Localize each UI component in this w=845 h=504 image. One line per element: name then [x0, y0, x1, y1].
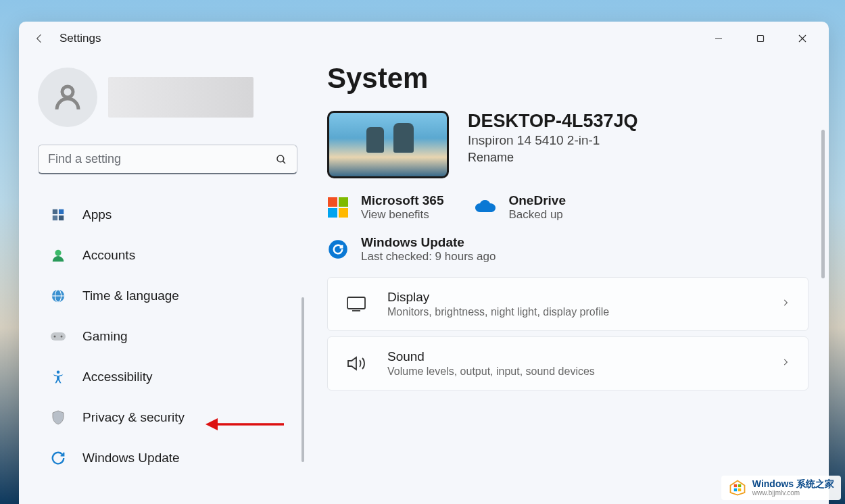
update-icon [50, 450, 66, 466]
minimize-button[interactable] [698, 25, 740, 52]
card-title: Microsoft 365 [361, 193, 443, 208]
chevron-right-icon [781, 357, 790, 370]
maximize-button[interactable] [740, 25, 781, 52]
watermark-title: Windows 系统之家 [752, 479, 834, 489]
svg-point-11 [55, 250, 61, 256]
watermark: Windows 系统之家 www.bjjmlv.com [721, 476, 841, 500]
card-title: OneDrive [508, 193, 565, 208]
microsoft-365-card[interactable]: Microsoft 365 View benefits [327, 193, 443, 222]
user-name-redacted [108, 77, 254, 118]
app-title: Settings [59, 32, 101, 45]
gaming-icon [50, 328, 66, 345]
svg-rect-15 [51, 332, 66, 341]
nav-list: Apps Accounts Time & language [38, 195, 297, 504]
user-info[interactable] [38, 68, 297, 127]
search-input[interactable] [48, 152, 275, 166]
card-sub: Last checked: 9 hours ago [361, 250, 496, 263]
sidebar-item-privacy-security[interactable]: Privacy & security [38, 397, 297, 438]
sidebar-item-label: Gaming [82, 329, 128, 344]
sidebar: Apps Accounts Time & language [19, 55, 316, 504]
main-scrollbar[interactable] [821, 130, 825, 278]
settings-window: Settings [19, 22, 829, 504]
page-title: System [327, 62, 808, 95]
window-body: Apps Accounts Time & language [19, 55, 829, 504]
device-name: DESKTOP-4L537JQ [468, 111, 638, 132]
card-sub: Backed up [508, 208, 565, 222]
display-icon [345, 293, 367, 315]
svg-rect-9 [53, 216, 57, 220]
onedrive-icon [475, 197, 496, 218]
svg-line-6 [283, 161, 285, 163]
setting-display[interactable]: Display Monitors, brightness, night ligh… [327, 277, 808, 331]
device-info: DESKTOP-4L537JQ Inspiron 14 5410 2-in-1 … [468, 111, 638, 165]
sound-icon [345, 353, 367, 374]
avatar [38, 68, 97, 127]
watermark-logo-icon [728, 478, 747, 497]
sync-icon [327, 238, 349, 260]
svg-rect-10 [59, 216, 64, 220]
status-cards-row-2: Windows Update Last checked: 9 hours ago [327, 235, 808, 263]
card-title: Windows Update [361, 235, 496, 250]
sidebar-item-time-language[interactable]: Time & language [38, 276, 297, 316]
svg-point-18 [57, 370, 60, 374]
svg-rect-1 [758, 36, 764, 42]
close-button[interactable] [781, 25, 823, 52]
rename-link[interactable]: Rename [468, 151, 638, 165]
main-content: System DESKTOP-4L537JQ Inspiron 14 5410 … [316, 55, 829, 504]
window-controls [698, 25, 823, 52]
microsoft-icon [327, 197, 349, 218]
search-icon [275, 153, 287, 166]
close-icon [798, 34, 806, 43]
svg-rect-27 [738, 488, 741, 491]
svg-point-4 [62, 86, 73, 97]
accounts-icon [50, 247, 66, 263]
user-icon [51, 81, 84, 114]
title-bar: Settings [19, 22, 829, 55]
onedrive-card[interactable]: OneDrive Backed up [475, 193, 565, 222]
sidebar-item-label: Apps [82, 207, 112, 222]
sidebar-item-label: Windows Update [82, 451, 180, 465]
accessibility-icon [50, 369, 66, 385]
shield-icon [50, 409, 66, 426]
svg-rect-8 [59, 209, 64, 214]
search-box[interactable] [38, 145, 297, 174]
svg-rect-7 [53, 209, 57, 214]
sidebar-item-label: Time & language [82, 288, 179, 303]
svg-point-17 [61, 336, 63, 338]
setting-sub: Volume levels, output, input, sound devi… [387, 366, 760, 378]
status-cards-row: Microsoft 365 View benefits OneDrive Bac… [327, 193, 808, 222]
minimize-icon [715, 34, 723, 43]
svg-rect-24 [734, 484, 737, 487]
card-sub: View benefits [361, 208, 443, 222]
time-language-icon [50, 288, 66, 304]
setting-title: Sound [387, 349, 760, 364]
sidebar-item-gaming[interactable]: Gaming [38, 316, 297, 357]
setting-title: Display [387, 290, 760, 305]
apps-icon [50, 207, 66, 223]
windows-update-card[interactable]: Windows Update Last checked: 9 hours ago [327, 235, 496, 263]
maximize-icon [756, 34, 765, 43]
svg-rect-20 [347, 297, 365, 309]
sidebar-item-apps[interactable]: Apps [38, 195, 297, 235]
sidebar-item-label: Accessibility [82, 370, 152, 384]
back-button[interactable] [24, 24, 54, 53]
svg-rect-26 [734, 488, 737, 491]
svg-rect-25 [738, 484, 741, 487]
svg-point-5 [277, 155, 284, 162]
setting-sound[interactable]: Sound Volume levels, output, input, soun… [327, 336, 808, 390]
sidebar-item-label: Accounts [82, 248, 135, 263]
svg-point-19 [329, 240, 347, 259]
setting-sub: Monitors, brightness, night light, displ… [387, 306, 760, 318]
device-model: Inspiron 14 5410 2-in-1 [468, 133, 638, 148]
svg-point-16 [54, 336, 56, 338]
sidebar-item-windows-update[interactable]: Windows Update [38, 438, 297, 478]
sidebar-scrollbar[interactable] [301, 297, 304, 462]
sidebar-item-accounts[interactable]: Accounts [38, 235, 297, 276]
settings-list: Display Monitors, brightness, night ligh… [327, 277, 808, 390]
back-icon [32, 32, 46, 45]
chevron-right-icon [781, 298, 790, 310]
sidebar-item-accessibility[interactable]: Accessibility [38, 357, 297, 397]
watermark-url: www.bjjmlv.com [752, 489, 834, 497]
device-summary: DESKTOP-4L537JQ Inspiron 14 5410 2-in-1 … [327, 111, 808, 178]
device-thumbnail[interactable] [327, 111, 449, 178]
